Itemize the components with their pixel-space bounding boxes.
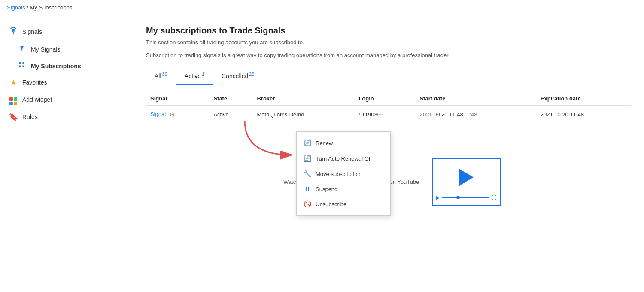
tab-cancelled-label: Cancelled xyxy=(222,73,248,79)
main-content: My subscriptions to Trade Signals This s… xyxy=(133,15,644,292)
menu-item-suspend-label: Suspend xyxy=(316,186,337,192)
play-button-icon xyxy=(459,169,474,186)
tab-cancelled-badge: 29 xyxy=(249,71,254,76)
svg-point-2 xyxy=(21,48,22,49)
sidebar-my-subscriptions-label: My Subscriptions xyxy=(31,63,81,70)
video-play-area xyxy=(436,163,496,192)
menu-item-turn-off-label: Turn Auto Renewal Off xyxy=(316,155,372,162)
gear-button[interactable]: ⚙ xyxy=(167,110,176,119)
menu-item-renew-label: Renew xyxy=(316,140,333,146)
progress-dot xyxy=(456,196,460,199)
sidebar-item-add-widget[interactable]: Add widget xyxy=(0,91,133,109)
progress-bar xyxy=(442,197,489,198)
ribbon-icon: 🔖 xyxy=(9,112,18,122)
sidebar-add-widget-label: Add widget xyxy=(22,96,52,103)
page-title: My subscriptions to Trade Signals xyxy=(146,26,631,36)
sidebar-item-signals[interactable]: Signals xyxy=(0,22,133,41)
col-expiration-date: Expiration date xyxy=(536,92,631,106)
sidebar-signals-label: Signals xyxy=(22,28,42,35)
breadcrumb: Signals / My Subscriptions xyxy=(0,0,644,15)
sidebar-item-my-subscriptions[interactable]: My Subscriptions xyxy=(0,58,133,74)
row-start-date: 2021.09.20 11:48 1:48 xyxy=(415,105,536,124)
person-icon xyxy=(17,61,27,71)
page-desc-1: This section contains all trading accoun… xyxy=(146,38,631,47)
col-login: Login xyxy=(354,92,415,106)
sidebar-item-my-signals[interactable]: My Signals xyxy=(0,41,133,58)
wrench-icon: 🔧 xyxy=(304,170,311,178)
video-controls: ▶ ⛶ xyxy=(436,192,496,201)
menu-item-suspend[interactable]: ⏸ Suspend xyxy=(297,182,390,196)
col-state: State xyxy=(209,92,252,106)
sidebar-item-rules[interactable]: 🔖 Rules xyxy=(0,109,133,125)
col-broker: Broker xyxy=(252,92,354,106)
svg-rect-7 xyxy=(23,66,25,68)
wave-icon xyxy=(17,44,27,54)
main-layout: Signals My Signals xyxy=(0,15,644,292)
play-icon: ▶ xyxy=(436,195,440,201)
row-expiration-date: 2021.10.20 11:48 xyxy=(536,105,631,124)
sidebar-item-favorites[interactable]: ★ Favorites xyxy=(0,74,133,91)
tab-all-badge: 30 xyxy=(162,71,167,76)
sidebar-rules-label: Rules xyxy=(22,113,38,120)
row-state: Active xyxy=(209,105,252,124)
col-start-date: Start date xyxy=(415,92,536,106)
tab-cancelled[interactable]: Cancelled29 xyxy=(213,68,263,85)
svg-point-0 xyxy=(12,30,14,32)
sidebar: Signals My Signals xyxy=(0,15,133,292)
breadcrumb-signals-link[interactable]: Signals xyxy=(7,4,25,11)
renew-icon: 🔄 xyxy=(304,139,311,147)
svg-rect-5 xyxy=(19,66,21,68)
pause-icon: ⏸ xyxy=(304,186,311,192)
star-icon: ★ xyxy=(9,78,18,87)
auto-renew-off-icon: 🔄 xyxy=(304,155,311,162)
sidebar-favorites-label: Favorites xyxy=(22,79,47,86)
breadcrumb-separator: / xyxy=(27,4,30,11)
menu-item-move-subscription[interactable]: 🔧 Move subscription xyxy=(297,166,390,182)
col-signal: Signal xyxy=(146,92,209,106)
tab-active-badge: 1 xyxy=(202,71,204,76)
expand-icon: ⛶ xyxy=(492,195,496,200)
menu-item-unsubscribe-label: Unsubscribe xyxy=(316,201,346,207)
menu-item-unsubscribe[interactable]: 🚫 Unsubscribe xyxy=(297,196,390,212)
antenna-icon xyxy=(9,26,18,37)
row-broker: MetaQuotes-Demo xyxy=(252,105,354,124)
svg-rect-4 xyxy=(19,62,21,64)
menu-item-move-label: Move subscription xyxy=(316,171,361,177)
tab-all[interactable]: All30 xyxy=(146,68,176,85)
menu-item-renew[interactable]: 🔄 Renew xyxy=(297,135,390,151)
page-desc-2: Subscription to trading signals is a gre… xyxy=(146,51,631,60)
cancel-icon: 🚫 xyxy=(304,200,311,208)
menu-item-turn-off-auto-renewal[interactable]: 🔄 Turn Auto Renewal Off xyxy=(297,151,390,166)
tab-active-label: Active xyxy=(185,73,201,79)
table-row: Signal ⚙ Active MetaQuotes-Demo 51190365… xyxy=(146,105,631,124)
subscriptions-table: Signal State Broker Login Start date Exp… xyxy=(146,92,631,124)
tab-all-label: All xyxy=(155,73,161,79)
row-signal[interactable]: Signal ⚙ xyxy=(146,105,209,124)
context-menu: 🔄 Renew 🔄 Turn Auto Renewal Off 🔧 Move s… xyxy=(296,131,391,216)
sidebar-my-signals-label: My Signals xyxy=(31,46,60,53)
row-login: 51190365 xyxy=(354,105,415,124)
widget-icon xyxy=(9,94,18,105)
tabs-container: All30 Active1 Cancelled29 xyxy=(146,68,631,85)
svg-rect-6 xyxy=(23,62,25,64)
breadcrumb-current: My Subscriptions xyxy=(30,4,73,11)
tab-active[interactable]: Active1 xyxy=(176,68,213,85)
video-thumbnail[interactable]: ▶ ⛶ xyxy=(432,158,501,206)
